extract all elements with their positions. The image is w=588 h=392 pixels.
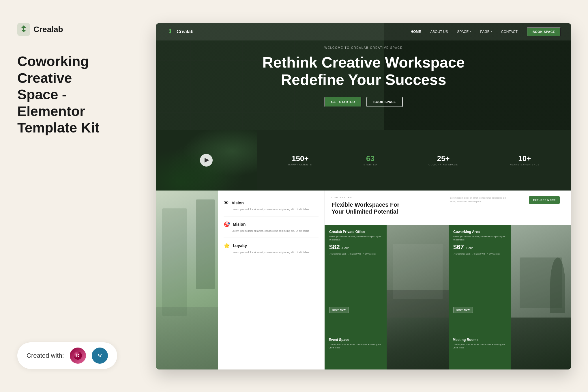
loyalty-item: ⭐ Loyalty Lorem ipsum dolor sit amet, co… [224,238,319,259]
stat-years-label: YEARS EXPERIENCE [510,163,540,166]
elementor-icon [70,348,86,364]
spaces-description: Lorem ipsum dolor sit amet, consectetur … [450,196,508,204]
meeting-rooms-card: Meeting Rooms Lorem ipsum dolor sit amet… [449,318,511,369]
loyalty-text: Lorem ipsum dolor sit amet, consectetur … [224,251,319,255]
hero-content: WELCOME TO CREALAB CREATIVE SPACE Rethin… [156,40,571,113]
stat-coworking-space: 25+ COWORKING SPACE [428,154,458,166]
created-with-bar: Created with: W [17,342,117,369]
vision-item: 👁 Vision Lorem ipsum dolor sit amet, con… [224,195,319,216]
coworking-features: ✓ Ergonomic Desk ✓ Fastest Wifi ✓ 24/7 a… [453,252,506,305]
coworking-card: Coworking Area Lorem ipsum dolor sit ame… [449,225,511,318]
video-panel [156,130,257,191]
stat-started-label: STARTED [364,163,377,166]
stat-happy-clients: 150+ HAPPY CLIENTS [288,154,312,166]
created-label: Created with: [27,352,64,359]
nav-link-about[interactable]: ABOUT US [430,30,448,34]
hero-eyebrow: WELCOME TO CREALAB CREATIVE SPACE [324,46,402,49]
wordpress-icon: W [92,348,108,364]
stat-happy-clients-label: HAPPY CLIENTS [288,163,312,166]
loyalty-heading: ⭐ Loyalty [224,242,319,249]
svg-rect-4 [78,356,79,357]
coworking-price: $67 /Hour [453,244,506,250]
svg-rect-3 [78,354,79,355]
vision-title: Vision [232,201,244,205]
vml-section: 👁 Vision Lorem ipsum dolor sit amet, con… [218,191,325,369]
space-cards-row-1: Crealab Private Office Lorem ipsum dolor… [325,225,571,318]
website-preview-panel: Crealab HOME ABOUT US SPACE ▾ PAGE ▾ CON… [156,23,571,369]
mission-text: Lorem ipsum dolor sit amet, consectetur … [224,229,319,233]
svg-text:W: W [98,354,102,358]
private-office-price: $82 /Hour [329,244,382,250]
mission-icon: 🎯 [224,221,230,227]
nav-link-space[interactable]: SPACE ▾ [457,30,471,34]
stat-started: 63 STARTED [364,154,377,166]
logo-area: Crealab [17,23,130,36]
spaces-title: Flexible Workspaces For Your Unlimited P… [332,201,401,215]
meeting-rooms-desc: Lorem ipsum dolor sit amet, consectetur … [453,343,507,350]
coworking-image [511,225,571,318]
private-office-desc: Lorem ipsum dolor sit amet, consectetur … [329,235,382,242]
loyalty-icon: ⭐ [224,242,230,249]
meeting-rooms-title: Meeting Rooms [453,338,507,342]
stat-years: 10+ YEARS EXPERIENCE [510,154,540,166]
logo-text: Crealab [33,25,63,34]
nav-link-page[interactable]: PAGE ▾ [480,30,492,34]
event-space-image [387,318,449,369]
private-office-image [387,225,449,318]
hero-section: Crealab HOME ABOUT US SPACE ▾ PAGE ▾ CON… [156,23,571,130]
middle-section: 150+ HAPPY CLIENTS 63 STARTED 25+ COWORK… [156,130,571,191]
private-office-book-button[interactable]: BOOK NOW [329,307,349,313]
explore-more-button-area: EXPLORE MORE [529,196,560,204]
nav-logo-icon [166,28,174,36]
coworking-title: Coworking Area [453,230,506,234]
navbar: Crealab HOME ABOUT US SPACE ▾ PAGE ▾ CON… [156,23,571,40]
left-panel: Crealab Coworking Creative Space - Eleme… [0,0,147,392]
svg-point-1 [74,352,82,360]
stats-bar: 150+ HAPPY CLIENTS 63 STARTED 25+ COWORK… [257,130,571,191]
vision-text: Lorem ipsum dolor sit amet, consectetur … [224,208,319,212]
hero-title: Rethink Creative Workspace Redefine Your… [262,54,465,89]
nav-link-contact[interactable]: CONTACT [501,30,518,34]
workspace-photo [156,191,218,369]
event-space-desc: Lorem ipsum dolor sit amet, consectetur … [329,343,383,350]
mission-title: Mision [233,222,246,227]
nav-links: HOME ABOUT US SPACE ▾ PAGE ▾ CONTACT [411,30,518,34]
play-button[interactable] [200,154,213,167]
meeting-rooms-image [511,318,571,369]
book-space-button[interactable]: BOOK SPACE [366,97,403,107]
page-dropdown-arrow: ▾ [491,30,492,33]
nav-logo-text: Crealab [177,29,194,34]
vision-icon: 👁 [224,200,229,206]
event-space-title: Event Space [329,338,383,342]
stat-happy-clients-number: 150+ [288,154,312,163]
vision-heading: 👁 Vision [224,200,319,206]
mission-item: 🎯 Mision Lorem ipsum dolor sit amet, con… [224,216,319,238]
coworking-book-button[interactable]: BOOK NOW [453,307,473,313]
loyalty-title: Loyalty [233,243,247,248]
bottom-section: 👁 Vision Lorem ipsum dolor sit amet, con… [156,191,571,369]
hero-buttons: GET STARTED BOOK SPACE [324,97,403,107]
right-cards-area: OUR SPACES Flexible Workspaces For Your … [325,191,571,369]
svg-rect-2 [76,354,77,357]
stat-started-number: 63 [364,154,377,163]
explore-more-button[interactable]: EXPLORE MORE [529,196,560,204]
mission-heading: 🎯 Mision [224,221,319,227]
private-office-title: Crealab Private Office [329,230,382,234]
space-cards-row-2: Event Space Lorem ipsum dolor sit amet, … [325,318,571,369]
nav-link-home[interactable]: HOME [411,30,421,34]
private-office-card: Crealab Private Office Lorem ipsum dolor… [325,225,387,318]
nav-logo: Crealab [166,28,194,36]
main-title: Coworking Creative Space - Elementor Tem… [17,53,130,136]
nav-book-space-button[interactable]: BOOK SPACE [527,27,561,36]
stat-years-number: 10+ [510,154,540,163]
event-space-card: Event Space Lorem ipsum dolor sit amet, … [325,318,387,369]
get-started-button[interactable]: GET STARTED [324,97,362,107]
stat-coworking-label: COWORKING SPACE [428,163,458,166]
stat-coworking-number: 25+ [428,154,458,163]
coworking-desc: Lorem ipsum dolor sit amet, consectetur … [453,235,506,242]
crealab-logo-icon [17,23,30,36]
private-office-features: ✓ Ergonomic Desk ✓ Fastest Wifi ✓ 24/7 a… [329,252,382,305]
spaces-promo: OUR SPACES Flexible Workspaces For Your … [325,191,571,225]
space-dropdown-arrow: ▾ [470,30,471,33]
play-triangle-icon [205,158,209,163]
